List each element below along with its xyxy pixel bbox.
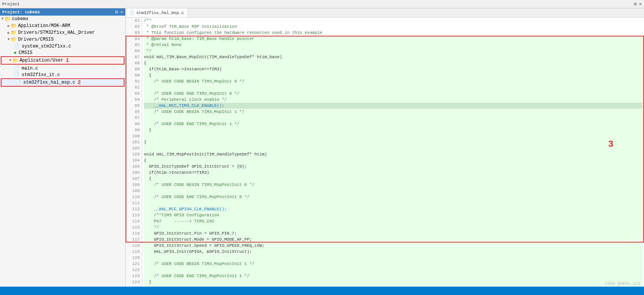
line-numbers: 8182838485868788899091929394959697989910… xyxy=(126,17,142,287)
line-num-93: 93 xyxy=(128,90,140,97)
tree-item-app-user[interactable]: ▼📁Application/User1 xyxy=(1,56,124,65)
tree-label: cubemx xyxy=(12,16,28,22)
code-line-108: /* USER CODE BEGIN TIM3_MspPostInit 0 */ xyxy=(144,182,642,188)
code-line-121: /* USER CODE BEGIN TIM3_MspPostInit 1 */ xyxy=(144,261,642,267)
line-num-81: 81 xyxy=(128,17,140,24)
code-editor[interactable]: 8182838485868788899091929394959697989910… xyxy=(126,17,644,287)
line-num-97: 97 xyxy=(128,115,140,121)
code-line-93: /* USER CODE END TIM3_MspInit 0 */ xyxy=(144,90,642,97)
code-line-85: * @retval None xyxy=(144,42,642,48)
code-line-95: __HAL_RCC_TIM3_CLK_ENABLE(); xyxy=(144,103,642,109)
sidebar-project-title: Project: cubemx xyxy=(2,10,40,14)
line-num-109: 109 xyxy=(128,188,140,194)
code-line-112: __HAL_RCC_GPIOA_CLK_ENABLE(); xyxy=(144,206,642,212)
title-bar: Project ⊟ ✕ xyxy=(0,0,644,8)
line-num-89: 89 xyxy=(128,66,140,72)
csdn-watermark: CSDN @HEbo_123 xyxy=(605,281,640,286)
line-num-101: 101 xyxy=(128,139,140,145)
code-line-106: if(htim->Instance==TIM3) xyxy=(144,170,642,176)
code-line-116: GPIO_InitStruct.Pin = GPIO_PIN_7; xyxy=(144,230,642,236)
editor-tab[interactable]: 📄 stm32f1xx_hal_msp.c xyxy=(126,8,188,17)
line-num-111: 111 xyxy=(128,200,140,206)
line-num-117: 117 xyxy=(128,236,140,243)
line-num-114: 114 xyxy=(128,218,140,224)
tree-label: Application/User xyxy=(19,58,63,63)
code-line-89: if(htim_base->Instance==TIM3) xyxy=(144,66,642,72)
tree-item-drivers-stm32[interactable]: ▶📁Drivers/STM32f1xx_HAL_Driver xyxy=(0,29,125,36)
code-line-102 xyxy=(144,145,642,151)
code-line-91: /* USER CODE BEGIN TIM3_MspInit 0 */ xyxy=(144,78,642,84)
line-num-118: 118 xyxy=(128,243,140,249)
tree-label: Drivers/STM32f1xx_HAL_Driver xyxy=(18,30,95,35)
code-line-120 xyxy=(144,255,642,261)
code-line-92 xyxy=(144,84,642,90)
line-num-91: 91 xyxy=(128,78,140,84)
code-line-98: /* USER CODE END TIM3_MspInit 1 */ xyxy=(144,121,642,127)
file-icon: 📄 xyxy=(14,43,19,49)
line-num-103: 103 xyxy=(128,151,140,157)
folder-icon: 📁 xyxy=(11,23,17,29)
tree-item-stm32-hal-msp[interactable]: 📄stm32f1xx_hal_msp.c2 xyxy=(1,78,124,87)
code-line-113: /**TIM3 GPIO Configuration xyxy=(144,212,642,218)
folder-arrow: ▼ xyxy=(2,17,3,21)
line-num-92: 92 xyxy=(128,84,140,90)
line-num-123: 123 xyxy=(128,273,140,279)
main-layout: Project: cubemx ⊟ ✕ ▼📁cubemx▶📁Applicatio… xyxy=(0,8,644,287)
line-num-107: 107 xyxy=(128,176,140,182)
line-num-113: 113 xyxy=(128,212,140,218)
folder-icon: 📁 xyxy=(12,57,18,63)
title-icons: ⊟ ✕ xyxy=(634,2,642,6)
code-line-96: /* USER CODE BEGIN TIM3_MspInit 1 */ xyxy=(144,109,642,115)
code-line-104: { xyxy=(144,157,642,163)
line-num-116: 116 xyxy=(128,230,140,236)
tree-item-main-c[interactable]: 📄main.c xyxy=(0,65,125,71)
code-line-88: { xyxy=(144,60,642,66)
code-line-114: PA7 ------> TIM3_CH2 xyxy=(144,218,642,224)
line-num-96: 96 xyxy=(128,109,140,115)
tree-item-drivers-cmsis[interactable]: ▼📁Drivers/CMSIS xyxy=(0,36,125,43)
code-line-105: GPIO_InitTypeDef GPIO_InitStruct = {0}; xyxy=(144,163,642,170)
tree-label: main.c xyxy=(22,66,38,71)
line-num-98: 98 xyxy=(128,121,140,127)
folder-arrow: ▶ xyxy=(8,24,10,28)
code-line-118: GPIO_InitStruct.Speed = GPIO_SPEED_FREQ_… xyxy=(144,243,642,249)
code-line-123: /* USER CODE END TIM3_MspPostInit 1 */ xyxy=(144,273,642,279)
line-num-86: 86 xyxy=(128,48,140,54)
line-num-120: 120 xyxy=(128,255,140,261)
line-num-108: 108 xyxy=(128,182,140,188)
folder-icon: 📁 xyxy=(11,36,17,43)
project-label: Project xyxy=(2,2,20,6)
tree-item-cubemx[interactable]: ▼📁cubemx xyxy=(0,16,125,22)
line-num-94: 94 xyxy=(128,97,140,103)
annotation-2: 2 xyxy=(78,79,81,86)
tree-item-system-stm32[interactable]: 📄system_stm32f1xx.c xyxy=(0,43,125,49)
tree-label: system_stm32f1xx.c xyxy=(22,44,71,49)
code-line-117: GPIO_InitStruct.Mode = GPIO_MODE_AF_PP; xyxy=(144,236,642,243)
code-line-125 xyxy=(144,285,642,287)
code-line-103: void HAL_TIM_MspPostInit(TIM_HandleTypeD… xyxy=(144,151,642,157)
annotation-1: 1 xyxy=(66,57,69,63)
tree-label: stm32f1xx_it.c xyxy=(22,72,60,78)
code-line-110: /* USER CODE END TIM3_MspPostInit 0 */ xyxy=(144,194,642,200)
tree-item-cmsis[interactable]: ◆CMSIS xyxy=(0,49,125,56)
tree-item-app-mdk[interactable]: ▶📁Application/MDK-ARM xyxy=(0,22,125,29)
code-lines: /** * @brief TIM_Base MSP Initialization… xyxy=(142,17,644,287)
line-num-88: 88 xyxy=(128,60,140,66)
code-line-100 xyxy=(144,133,642,139)
line-num-104: 104 xyxy=(128,157,140,163)
tree-label: Application/MDK-ARM xyxy=(18,23,70,29)
line-num-99: 99 xyxy=(128,127,140,133)
folder-icon: 📁 xyxy=(5,16,11,22)
code-line-83: * This function configures the hardware … xyxy=(144,30,642,36)
tab-label: stm32f1xx_hal_msp.c xyxy=(136,11,184,15)
file-icon: 📄 xyxy=(14,65,19,71)
line-num-83: 83 xyxy=(128,30,140,36)
code-line-115: */ xyxy=(144,224,642,230)
line-num-106: 106 xyxy=(128,170,140,176)
code-line-101: } xyxy=(144,139,642,145)
file-icon: 📄 xyxy=(15,80,21,86)
file-icon: 📄 xyxy=(14,72,19,78)
line-num-112: 112 xyxy=(128,206,140,212)
tree-item-stm32-it[interactable]: 📄stm32f1xx_it.c xyxy=(0,71,125,78)
line-num-87: 87 xyxy=(128,54,140,60)
